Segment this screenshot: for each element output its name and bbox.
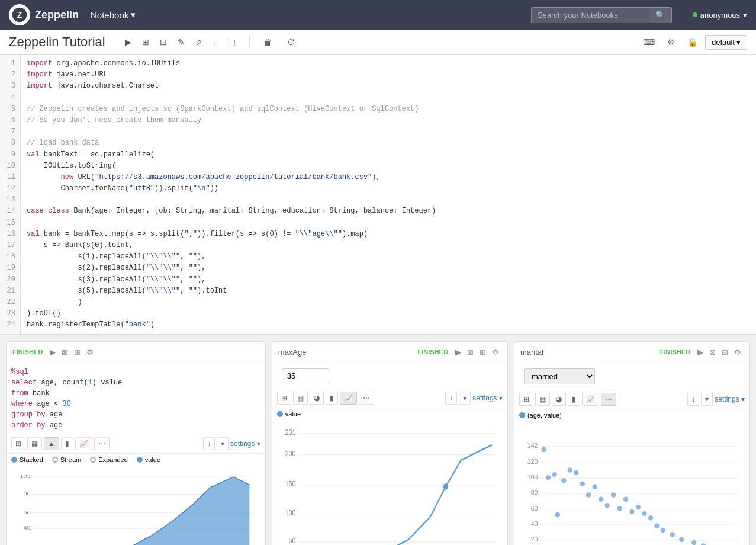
left-table-btn[interactable]: ⊞ xyxy=(72,347,83,358)
run-all-button[interactable]: ▶ xyxy=(120,34,136,50)
middle-bar-btn[interactable]: ▦ xyxy=(293,392,308,405)
edit-button[interactable]: ✎ xyxy=(173,34,189,50)
interpreter-button[interactable]: default ▾ xyxy=(705,35,747,50)
svg-point-65 xyxy=(629,509,634,514)
middle-download-btn[interactable]: ↓ xyxy=(445,392,457,405)
middle-chart-panel: maxAge FINISHED ▶ ⊠ ⊞ ⚙ ⊞ ▦ ◕ ▮ 📈 ⋯ ↓ ▾ … xyxy=(272,341,508,546)
share-button[interactable]: ⬀ xyxy=(191,34,207,50)
legend-stacked: Stacked xyxy=(11,456,43,463)
maxage-input-area xyxy=(272,363,507,389)
middle-settings-btn[interactable]: settings ▾ xyxy=(472,394,503,402)
middle-chart-content: 231 200 150 100 50 3 19 20 3 xyxy=(272,420,507,546)
legend-expanded: Expanded xyxy=(90,456,128,463)
sql-code: %sql select age, count(1) value from ban… xyxy=(7,363,265,434)
table-view-btn[interactable]: ⊞ xyxy=(11,437,25,450)
middle-scatter-btn[interactable]: ⋯ xyxy=(359,392,374,405)
schedule-button[interactable]: ⏱ xyxy=(282,34,300,50)
brand-logo: Z xyxy=(9,4,30,25)
export-button[interactable]: ↓ xyxy=(208,34,222,50)
user-name: anonymous xyxy=(700,11,740,20)
right-table-btn[interactable]: ⊞ xyxy=(719,347,731,358)
svg-point-60 xyxy=(599,496,603,501)
user-menu[interactable]: anonymous ▾ xyxy=(693,11,747,20)
bar-view-btn[interactable]: ▦ xyxy=(27,437,42,450)
line-chart-svg: 231 200 150 100 50 3 19 20 3 xyxy=(278,426,501,546)
right-run-btn[interactable]: ▶ xyxy=(695,347,706,358)
right-value-dot xyxy=(519,412,525,418)
lock-button[interactable]: 🔒 xyxy=(683,34,702,50)
left-expand-btn[interactable]: ⊠ xyxy=(59,347,70,358)
user-dropdown-icon: ▾ xyxy=(743,11,747,20)
marital-select[interactable]: married single divorced xyxy=(524,368,595,384)
svg-point-62 xyxy=(611,492,616,497)
svg-point-51 xyxy=(546,475,551,479)
left-legend: Stacked Stream Expanded value xyxy=(7,454,265,466)
toggle-output-button[interactable]: ⊡ xyxy=(155,34,172,50)
scatter-view-btn[interactable]: ⋯ xyxy=(94,437,110,450)
svg-point-58 xyxy=(586,492,591,497)
right-gear-btn[interactable]: ⚙ xyxy=(732,347,744,358)
middle-chart-icons: ▶ ⊠ ⊞ ⚙ xyxy=(453,347,501,358)
left-settings-btn[interactable]: settings ▾ xyxy=(230,440,260,448)
middle-gear-btn[interactable]: ⚙ xyxy=(490,347,501,358)
svg-text:142: 142 xyxy=(527,442,538,448)
report-button[interactable]: ⬚ xyxy=(223,34,240,50)
delete-button[interactable]: 🗑 xyxy=(259,34,276,50)
middle-more-btn[interactable]: ▾ xyxy=(459,392,471,405)
navbar: Z Zeppelin Notebook ▾ 🔍 anonymous ▾ xyxy=(0,0,756,30)
search-input[interactable] xyxy=(531,7,649,23)
svg-text:80: 80 xyxy=(24,490,31,496)
middle-table-btn[interactable]: ⊞ xyxy=(277,392,291,405)
settings-button[interactable]: ⚙ xyxy=(662,34,680,50)
middle-line-btn[interactable]: 📈 xyxy=(340,392,357,405)
line-view-btn[interactable]: 📈 xyxy=(75,437,92,450)
svg-text:103: 103 xyxy=(20,473,31,479)
line-chart-dot xyxy=(443,483,448,489)
stacked-dot xyxy=(11,457,17,463)
area-view-btn[interactable]: ▲ xyxy=(44,437,59,450)
svg-text:100: 100 xyxy=(285,508,296,517)
svg-point-55 xyxy=(568,467,572,472)
middle-run-btn[interactable]: ▶ xyxy=(453,347,464,358)
right-pie-btn[interactable]: ◕ xyxy=(552,393,566,406)
more-btn[interactable]: ▾ xyxy=(217,437,229,450)
svg-text:40: 40 xyxy=(24,525,31,531)
keyboard-button[interactable]: ⌨ xyxy=(638,34,660,50)
right-download-btn[interactable]: ↓ xyxy=(687,393,699,406)
right-line-btn[interactable]: 📈 xyxy=(582,393,599,406)
svg-text:Z: Z xyxy=(17,10,22,20)
svg-text:50: 50 xyxy=(288,536,295,544)
right-more-btn[interactable]: ▾ xyxy=(701,393,713,406)
right-bar-btn[interactable]: ▦ xyxy=(535,393,550,406)
left-run-btn[interactable]: ▶ xyxy=(47,347,58,358)
svg-text:40: 40 xyxy=(531,520,538,527)
middle-hbar-btn[interactable]: ▮ xyxy=(326,392,338,405)
svg-text:60: 60 xyxy=(24,509,31,515)
left-finished-badge: FINISHED xyxy=(12,348,43,355)
middle-expand-btn[interactable]: ⊠ xyxy=(465,347,476,358)
line-numbers: 123456789101112131415161718192021222324 xyxy=(0,55,21,334)
download-btn[interactable]: ↓ xyxy=(203,437,215,450)
toolbar-right: ⌨ ⚙ 🔒 default ▾ xyxy=(638,34,747,50)
toggle-code-button[interactable]: ⊞ xyxy=(137,34,154,50)
right-expand-btn[interactable]: ⊠ xyxy=(707,347,718,358)
right-settings-btn[interactable]: settings ▾ xyxy=(715,395,745,403)
middle-chart-title: maxAge xyxy=(278,348,413,357)
maxage-input[interactable] xyxy=(282,368,329,383)
right-hbar-btn[interactable]: ▮ xyxy=(568,393,580,406)
code-text[interactable]: import org.apache.commons.io.IOUtils imp… xyxy=(21,55,756,334)
svg-text:80: 80 xyxy=(531,489,538,496)
svg-point-74 xyxy=(701,543,706,545)
left-chart-icons: ▶ ⊠ ⊞ ⚙ xyxy=(47,347,96,358)
middle-pie-btn[interactable]: ◕ xyxy=(310,392,324,405)
left-gear-btn[interactable]: ⚙ xyxy=(84,347,96,358)
right-chart-panel: marital FINISHED ▶ ⊠ ⊞ ⚙ married single … xyxy=(514,341,750,546)
stacked-bar-btn[interactable]: ▮ xyxy=(61,437,73,450)
middle-legend-value: value xyxy=(277,411,301,418)
middle-table-btn[interactable]: ⊞ xyxy=(477,347,488,358)
svg-text:100: 100 xyxy=(527,474,538,480)
notebook-menu[interactable]: Notebook ▾ xyxy=(91,9,136,20)
search-button[interactable]: 🔍 xyxy=(649,7,672,23)
right-scatter-btn[interactable]: ⋯ xyxy=(601,393,616,406)
right-table-btn[interactable]: ⊞ xyxy=(519,393,533,406)
